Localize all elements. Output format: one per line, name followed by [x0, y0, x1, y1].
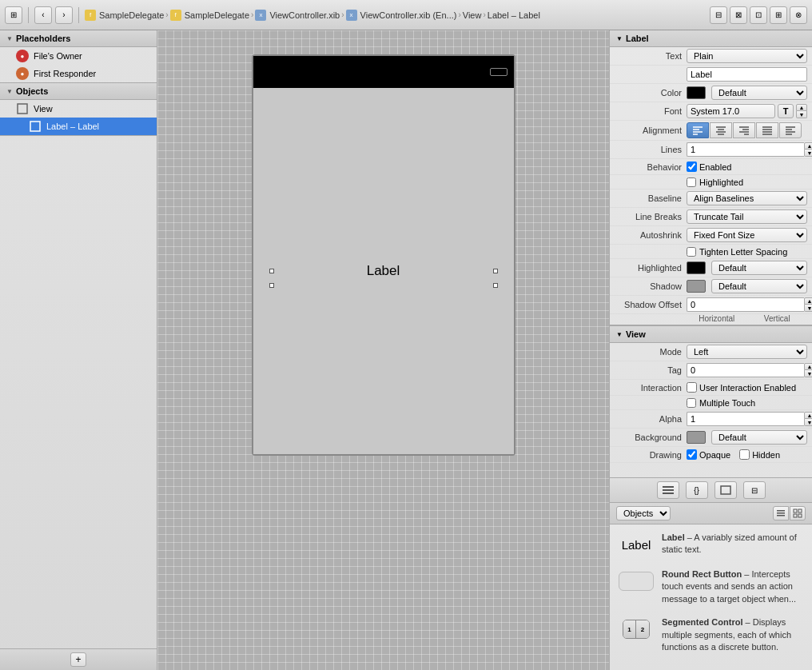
breadcrumb-label-0: SampleDelegate	[99, 10, 164, 20]
align-right-btn[interactable]	[733, 122, 755, 138]
grid-view-btn-icon[interactable]	[790, 506, 806, 520]
placeholders-header[interactable]: ▼ Placeholders	[0, 30, 157, 47]
toolbar-icon-5[interactable]: ⊗	[790, 6, 807, 24]
text-content-input[interactable]	[687, 67, 807, 82]
breadcrumb-item-0[interactable]: f SampleDelegate	[85, 10, 164, 21]
inspector-tab-size[interactable]	[714, 481, 737, 499]
tag-input[interactable]	[687, 363, 804, 377]
hidden-checkbox[interactable]	[739, 449, 750, 460]
highlighted-color-select[interactable]: Default	[711, 261, 807, 275]
resize-handle-left-top[interactable]	[269, 269, 274, 273]
font-T-button[interactable]: T	[778, 104, 794, 118]
toolbar-icon-4[interactable]: ⊞	[770, 6, 787, 24]
alpha-stepper-down[interactable]: ▼	[804, 419, 812, 426]
shadow-h-stepper-down[interactable]: ▼	[804, 305, 812, 312]
autoshrink-select[interactable]: Fixed Font Size	[687, 228, 807, 242]
resize-handle-right-bottom[interactable]	[493, 283, 498, 288]
objects-title: Objects	[16, 86, 48, 96]
lines-input[interactable]	[687, 142, 804, 157]
align-justify-btn[interactable]	[756, 122, 778, 138]
seg-2: 2	[636, 620, 649, 638]
toolbar-icon-2[interactable]: ⊠	[730, 6, 747, 24]
shadow-h-input[interactable]	[687, 297, 804, 312]
background-swatch[interactable]	[687, 431, 706, 444]
font-stepper-down[interactable]: ▼	[796, 111, 807, 118]
lines-stepper: ▲ ▼	[804, 142, 812, 157]
alpha-stepper-up[interactable]: ▲	[804, 412, 812, 419]
objects-collapse-triangle: ▼	[6, 88, 13, 95]
inspector-tab-connections[interactable]: {}	[686, 481, 708, 499]
canvas-area[interactable]: Label	[157, 30, 609, 670]
font-stepper-up[interactable]: ▲	[796, 104, 807, 111]
label-preview-text: Label	[616, 536, 657, 554]
sidebar-add-btn[interactable]: +	[70, 652, 86, 667]
label-element[interactable]: Label	[367, 263, 400, 279]
component-item-segmented[interactable]: 1 2 Segmented Control – Displays multipl…	[613, 612, 809, 657]
baseline-select[interactable]: Align Baselines	[687, 191, 807, 205]
breadcrumb-item-4[interactable]: View	[463, 10, 482, 20]
segmented-preview: 1 2	[623, 620, 650, 639]
multiple-touch-checkbox[interactable]	[687, 398, 696, 408]
shadow-label: Shadow	[615, 281, 687, 291]
toolbar-left-icon[interactable]: ⊞	[5, 6, 22, 24]
color-label: Color	[615, 88, 687, 98]
enabled-checkbox[interactable]	[687, 162, 697, 172]
iphone-status-bar	[253, 56, 514, 88]
background-select[interactable]: Default	[711, 430, 807, 445]
text-content-row	[610, 66, 812, 84]
opaque-checkbox[interactable]	[687, 449, 697, 460]
objects-header[interactable]: ▼ Objects	[0, 83, 157, 100]
folder-icon: f	[85, 10, 96, 21]
lines-stepper-up[interactable]: ▲	[804, 142, 812, 150]
mode-select[interactable]: Left	[687, 345, 807, 359]
color-swatch[interactable]	[687, 86, 706, 99]
lines-stepper-down[interactable]: ▼	[804, 150, 812, 157]
text-select[interactable]: PlainAttributed	[687, 49, 807, 63]
sidebar-bottom-toolbar: +	[0, 648, 157, 670]
component-type-select[interactable]: Objects	[616, 506, 671, 520]
breadcrumb-item-2[interactable]: x ViewController.xib	[255, 10, 340, 21]
inspector-tab-identity[interactable]: ⊟	[743, 481, 766, 499]
highlighted-color-swatch[interactable]	[687, 261, 706, 274]
inspector-tab-attributes[interactable]	[657, 481, 679, 499]
alpha-row: Alpha ▲ ▼	[610, 410, 812, 429]
view-section-title: View	[626, 329, 646, 339]
shadow-h-stepper-up[interactable]: ▲	[804, 297, 812, 305]
breadcrumb-item-5[interactable]: Label – Label	[488, 10, 540, 20]
tag-stepper-down[interactable]: ▼	[804, 370, 812, 377]
svg-rect-23	[663, 489, 674, 491]
toolbar-back-btn[interactable]: ‹	[34, 6, 52, 24]
shadow-select[interactable]: Default	[711, 279, 807, 293]
breadcrumb-item-1[interactable]: f SampleDelegate	[170, 10, 249, 21]
highlighted-checkbox[interactable]	[687, 177, 696, 187]
shadow-swatch[interactable]	[687, 280, 706, 293]
user-interaction-checkbox[interactable]	[687, 382, 697, 393]
align-left-btn[interactable]	[687, 122, 709, 138]
sidebar-item-first-responder[interactable]: ● First Responder	[0, 65, 157, 82]
toolbar-icon-1[interactable]: ⊟	[710, 6, 727, 24]
sidebar-item-files-owner[interactable]: ● File's Owner	[0, 47, 157, 65]
align-center-btn[interactable]	[710, 122, 732, 138]
toolbar-icon-3[interactable]: ⊡	[750, 6, 767, 24]
line-breaks-select[interactable]: Truncate Tail	[687, 209, 807, 224]
component-library-left: Objects	[616, 506, 671, 520]
resize-handle-right-top[interactable]	[493, 269, 498, 273]
align-natural-btn[interactable]	[779, 122, 802, 138]
sidebar-item-view[interactable]: View	[0, 100, 157, 118]
font-control: System 17.0 T ▲ ▼	[687, 104, 807, 118]
autoshrink-control: Fixed Font Size	[687, 228, 807, 242]
list-view-btn[interactable]	[773, 506, 789, 520]
breadcrumb-label-2: ViewController.xib	[269, 10, 340, 20]
breadcrumb-item-3[interactable]: x ViewController.xib (En...)	[346, 10, 457, 21]
component-item-label[interactable]: Label Label – A variably sized amount of…	[613, 528, 809, 561]
component-library: Objects	[610, 502, 812, 670]
multiple-touch-row: Multiple Touch	[610, 396, 812, 410]
alpha-input[interactable]	[687, 412, 804, 426]
resize-handle-left-bottom[interactable]	[269, 283, 274, 288]
component-item-button[interactable]: Round Rect Button – Intercepts touch eve…	[613, 564, 809, 609]
toolbar-forward-btn[interactable]: ›	[55, 6, 73, 24]
color-select[interactable]: Default	[711, 86, 807, 100]
tighten-checkbox[interactable]	[687, 247, 696, 257]
tag-stepper-up[interactable]: ▲	[804, 363, 812, 370]
sidebar-item-label[interactable]: Label – Label	[0, 118, 157, 135]
